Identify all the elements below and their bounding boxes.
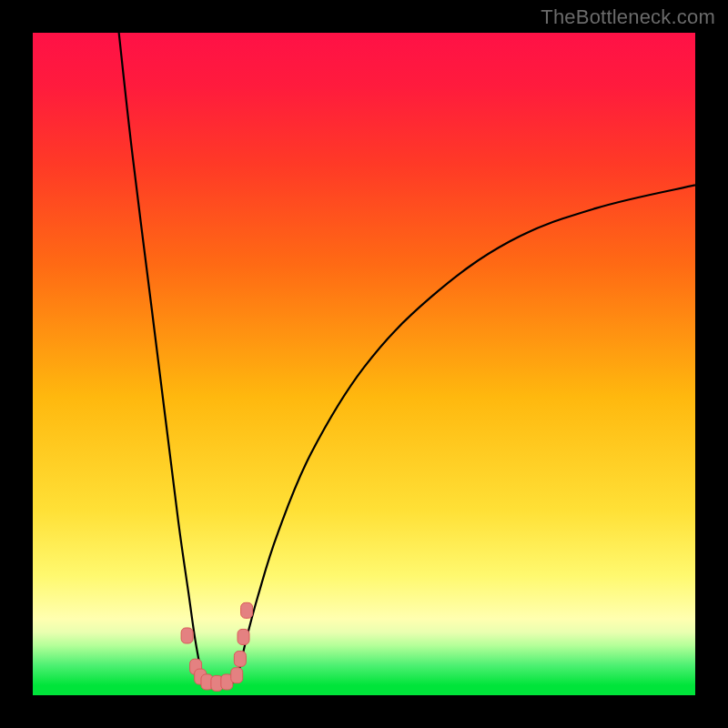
curve-marker (234, 651, 246, 666)
plot-area (33, 33, 695, 695)
curve-marker (241, 602, 253, 618)
curve-marker (238, 629, 249, 644)
curve-marker (181, 628, 193, 643)
chart-frame: TheBottleneck.com (0, 0, 728, 728)
curve-marker (231, 668, 243, 683)
green-baseline-bar (33, 685, 695, 695)
chart-svg (33, 33, 695, 695)
gradient-background (33, 33, 695, 695)
watermark-text: TheBottleneck.com (541, 5, 715, 29)
